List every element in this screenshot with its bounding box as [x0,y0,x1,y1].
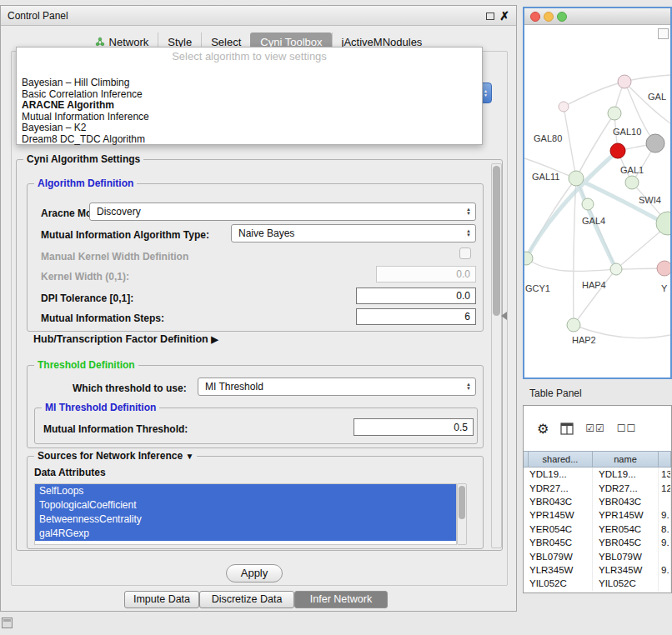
tab-impute-data[interactable]: Impute Data [124,591,199,608]
node-label: GCY1 [525,283,550,293]
network-edges [524,75,670,338]
tab-discretize-data[interactable]: Discretize Data [199,591,294,608]
control-panel-window: Control Panel ✗ Network Style Select [0,5,517,612]
attribute-item[interactable]: TopologicalCoefficient [35,498,456,512]
algorithm-option[interactable]: Bayesian – Hill Climbing [20,78,479,89]
minimize-button[interactable] [544,12,554,22]
columns-icon[interactable] [560,422,574,435]
float-window-icon[interactable] [486,12,494,20]
network-node[interactable] [657,261,670,276]
table-row[interactable]: YPR145W YPR145W 9. [524,508,671,522]
cyni-algorithm-settings-group: Cyni Algorithm Settings Algorithm Defini… [16,159,503,551]
selected-value: Naive Bayes [238,228,294,239]
sources-group-toggle[interactable]: Sources for Network Inference ▼ [34,450,197,462]
table-row[interactable]: YDL19... YDL19... 13 [524,468,671,481]
kernel-width-label: Kernel Width (0,1): [41,271,129,282]
mi-threshold-label: Mutual Information Threshold: [43,423,188,435]
table-panel-title: Table Panel [529,388,582,399]
close-button[interactable] [530,12,540,22]
column-header-partial[interactable] [659,452,671,467]
algorithm-option-selected[interactable]: ARACNE Algorithm [20,100,479,112]
table-body: YDL19... YDL19... 13 YDR27... YDR27... 1… [524,468,671,592]
gear-icon[interactable]: ⚙ [537,421,549,437]
close-icon[interactable]: ✗ [499,9,509,22]
collapsed-panel-icon[interactable] [2,618,13,628]
attribute-list-scrollbar[interactable] [457,483,467,545]
column-header-shared-name[interactable]: shared... [529,452,593,467]
algorithm-option[interactable]: Mutual Information Inference [20,112,479,123]
kernel-width-field[interactable]: 0.0 [376,266,476,282]
algorithm-definition-group: Algorithm Definition Aracne Mode: Discov… [27,183,484,332]
settings-scrollbar[interactable] [491,163,502,548]
network-node[interactable] [559,102,569,112]
network-node[interactable] [625,176,639,189]
spinner-arrows-icon: ▲▼ [466,225,471,242]
node-label: GAL4 [582,216,605,226]
attribute-item[interactable]: SelfLoops [35,484,456,498]
algorithm-option[interactable]: Dream8 DC_TDC Algorithm [20,134,479,146]
mi-steps-label: Mutual Information Steps: [41,312,164,324]
table-toolbar: ⚙ ☑☑ ☐☐ [524,406,671,451]
node-label: GAL10 [613,127,641,137]
mi-type-label: Mutual Information Algorithm Type: [41,229,209,241]
panel-collapse-handle[interactable] [501,312,507,320]
network-node[interactable] [618,75,631,88]
mi-steps-field[interactable]: 6 [356,308,476,325]
selected-value: MI Threshold [205,381,263,392]
table-row[interactable]: YBR045C YBR045C 9. [524,536,671,549]
deselect-all-columns-icon[interactable]: ☐☐ [617,422,637,434]
network-graph[interactable]: GAL80 GAL10 GAL11 GAL1 SWI4 GAL4 GCY1 HA… [524,25,670,378]
tab-infer-network[interactable]: Infer Network [294,591,388,608]
table-row[interactable]: YDR27... YDR27... 12 [524,481,671,494]
attribute-list[interactable]: SelfLoops TopologicalCoefficient Between… [34,483,457,545]
node-label: SWI4 [639,195,661,205]
aracne-mode-select[interactable]: Discovery ▲▼ [89,202,476,221]
mi-threshold-field[interactable]: 0.5 [354,418,474,436]
table-row[interactable]: YBL079W YBL079W [524,549,671,562]
network-tab-icon [95,37,105,47]
network-node[interactable] [569,171,584,186]
attribute-item[interactable]: gal4RGexp [35,527,456,541]
network-node[interactable] [567,318,580,332]
window-title: Control Panel [8,10,68,22]
dpi-tolerance-field[interactable]: 0.0 [356,288,476,304]
group-title: MI Threshold Definition [42,402,159,413]
group-title: Threshold Definition [34,359,138,371]
apply-button[interactable]: Apply [226,564,283,582]
group-title: Cyni Algorithm Settings [23,153,143,165]
network-window-titlebar [524,8,670,25]
data-attributes-label: Data Attributes [34,467,106,478]
zoom-button[interactable] [557,12,567,22]
attribute-item[interactable]: BetweennessCentrality [35,512,456,527]
node-label: GAL1 [620,165,644,175]
table-row[interactable]: YBR043C YBR043C [524,495,671,508]
table-row[interactable]: YIL052C YIL052C [524,577,671,590]
network-node[interactable] [582,198,594,210]
select-all-columns-icon[interactable]: ☑☑ [585,422,605,434]
table-row[interactable]: YLR345W YLR345W 9. [524,563,671,577]
desktop: Control Panel ✗ Network Style Select [0,0,672,635]
node-label: HAP2 [572,335,596,345]
network-view-window: GAL80 GAL10 GAL11 GAL1 SWI4 GAL4 GCY1 HA… [523,7,672,379]
dropdown-placeholder: Select algorithm to view settings [17,50,482,62]
algorithm-option[interactable]: Basic Correlation Inference [20,89,479,101]
network-node[interactable] [608,107,621,120]
node-label-partial: Y [661,283,668,293]
network-node-red[interactable] [610,143,625,158]
node-label: HAP4 [582,280,606,290]
hub-definition-toggle[interactable]: Hub/Transcription Factor Definition ▶ [33,333,218,345]
manual-kernel-checkbox[interactable] [459,248,471,259]
which-threshold-select[interactable]: MI Threshold ▲▼ [198,378,476,396]
network-node[interactable] [646,134,664,152]
algorithm-option[interactable]: Bayesian – K2 [20,122,479,134]
mi-type-select[interactable]: Naive Bayes ▲▼ [231,224,476,242]
network-node[interactable] [656,212,670,235]
column-header-name[interactable]: name [593,452,659,467]
table-row[interactable]: YER054C YER054C 8. [524,522,671,536]
dpi-tolerance-label: DPI Tolerance [0,1]: [41,292,133,304]
network-node[interactable] [524,252,533,265]
algorithm-dropdown-popup: Select algorithm to view settings Bayesi… [16,47,483,145]
network-node[interactable] [610,263,622,275]
selected-value: Discovery [97,206,141,218]
mi-threshold-definition-group: MI Threshold Definition Mutual Informati… [34,408,478,444]
